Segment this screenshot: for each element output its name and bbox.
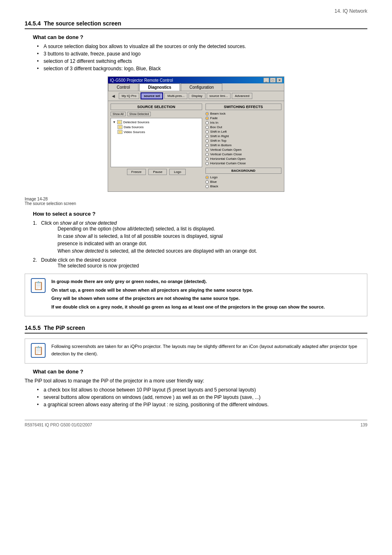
step-1-sub1: Depending on the option (show all/detect…: [58, 226, 367, 232]
note-2-line-1: Following screenshots are taken for an i…: [51, 343, 361, 357]
tab-diagnostics[interactable]: Diagnostics: [139, 83, 180, 91]
effect-horiz-close: Horizontal Curtain Close: [205, 161, 281, 165]
effect-shift-bottom: Shift in Bottom: [205, 143, 281, 147]
image-label: Image 14-28: [25, 197, 367, 201]
bullet-item: several buttons allow operations on wind…: [37, 394, 367, 400]
tree-label: Data Sources: [124, 125, 143, 129]
window-controls: _ □ ✕: [263, 78, 282, 83]
radio-vert-open[interactable]: [205, 148, 209, 152]
section-2-heading: 14.5.5 The PiP screen: [25, 325, 367, 334]
step-1-sub3: presence is indicated with an orange dot…: [58, 241, 367, 246]
radio-horiz-close[interactable]: [205, 162, 209, 165]
source-tree: ▼ 📁 Detected Sources 📁 Data Sources 📁 Vi…: [111, 118, 202, 167]
effect-beamlock: Beam lock: [205, 112, 281, 115]
section-1-heading: 14.5.4 The source selection screen: [25, 20, 367, 29]
effect-label: Vertical Curtain Close: [210, 152, 242, 156]
radio-iris-in[interactable]: [205, 121, 209, 124]
section-2-id: 14.5.5: [25, 325, 41, 331]
effect-label: Fade: [210, 116, 218, 120]
window-titlebar: IQ-G500 Projector Remote Control _ □ ✕: [108, 77, 284, 83]
bg-label: Blue: [210, 180, 217, 184]
radio-beamlock[interactable]: [205, 112, 209, 115]
radio-shift-right[interactable]: [205, 135, 209, 138]
effect-label: Shift in Left: [210, 130, 227, 134]
bullet-item: A source selection dialog box allows to …: [37, 44, 367, 49]
effect-label: Beam lock: [210, 112, 226, 115]
section-2-title: The PiP screen: [44, 325, 85, 331]
logo-button[interactable]: Logo: [169, 169, 186, 175]
bg-logo: Logo: [205, 175, 281, 179]
section-1-title: The source selection screen: [44, 20, 121, 27]
folder-icon: 📁: [118, 130, 122, 134]
toolbar-display[interactable]: Display: [189, 93, 205, 99]
bullet-item: a check box list allows to choose betwee…: [37, 387, 367, 393]
note-line-3: Grey will be shown when some of the proj…: [51, 295, 325, 302]
effect-vert-open: Vertical Curtain Open: [205, 148, 281, 152]
toolbar-my-iq-pro[interactable]: My IQ Pro: [119, 93, 139, 99]
radio-shift-bottom[interactable]: [205, 144, 209, 147]
pip-intro: The PiP tool allows to manage the PiP of…: [25, 378, 367, 384]
note-icon-symbol: 📋: [33, 281, 44, 290]
image-description: The source selection screen: [25, 201, 367, 206]
background-title: BACKGROUND: [205, 168, 281, 174]
page-container: 14. IQ Network 14.5.4 The source selecti…: [0, 0, 392, 555]
effect-label: Iris In: [210, 121, 219, 124]
effects-list: Beam lock Fade Iris In Box Out: [205, 112, 281, 165]
how-to-heading: How to select a source ?: [33, 211, 367, 217]
radio-bg-logo[interactable]: [205, 176, 209, 179]
effect-box-out: Box Out: [205, 125, 281, 129]
radio-bg-blue[interactable]: [205, 180, 209, 184]
radio-vert-close[interactable]: [205, 153, 209, 156]
footer-right: 139: [360, 423, 367, 427]
note-icon-2-symbol: 📋: [33, 345, 44, 355]
bg-black: Black: [205, 184, 281, 188]
step-1: 1. Click on show all or show detected De…: [33, 220, 367, 254]
close-button[interactable]: ✕: [277, 78, 282, 83]
step-2-content: Double click on the desired source The s…: [41, 257, 367, 269]
radio-shift-top[interactable]: [205, 139, 209, 143]
pause-button[interactable]: Pause: [148, 169, 167, 175]
em-show-detected: show detected: [72, 248, 104, 254]
bullet-item: selection of 12 different switching effe…: [37, 58, 367, 64]
radio-bg-black[interactable]: [205, 185, 209, 188]
radio-box-out[interactable]: [205, 126, 209, 129]
expand-icon: ▼: [113, 120, 116, 124]
radio-fade[interactable]: [205, 117, 209, 120]
radio-horiz-open[interactable]: [205, 157, 209, 161]
image-caption: Image 14-28 The source selection screen: [25, 197, 367, 206]
effect-shift-right: Shift in Right: [205, 134, 281, 138]
step-1-em1: show all: [60, 220, 78, 226]
show-detected-button[interactable]: Show Detected: [127, 112, 151, 116]
maximize-button[interactable]: □: [270, 78, 276, 83]
note-text-1: In group mode there are only grey or gre…: [51, 278, 325, 312]
note-text-2: Following screenshots are taken for an i…: [51, 343, 361, 359]
show-all-button[interactable]: Show All: [111, 112, 126, 116]
freeze-button[interactable]: Freeze: [127, 169, 146, 175]
toolbar-advanced[interactable]: Advanced: [232, 93, 252, 99]
step-1-num: 1.: [33, 220, 37, 226]
source-footer: Freeze Pause Logo: [111, 167, 202, 177]
effect-label: Vertical Curtain Open: [210, 148, 242, 152]
toolbar-source-sel[interactable]: source sel: [141, 92, 164, 99]
source-selection-panel: SOURCE SELECTION Show All Show Detected …: [111, 104, 202, 189]
window-toolbar: ◄ My IQ Pro source sel Multi-pres... Dis…: [108, 91, 284, 101]
folder-icon: 📁: [117, 120, 122, 124]
step-2-sub1: The selected source is now projected: [58, 263, 367, 269]
section-1-id: 14.5.4: [25, 20, 41, 27]
background-list: Logo Blue Black: [205, 175, 281, 188]
footer-left: R5976491 IQ PRO G500 01/02/2007: [25, 423, 92, 427]
em-show-all: show all: [75, 233, 92, 239]
tree-item-data: 📁 Data Sources: [118, 125, 200, 129]
section-2-what-heading: What can be done ?: [33, 368, 367, 375]
tab-configuration[interactable]: Configuration: [181, 83, 222, 91]
toolbar-arrow-left[interactable]: ◄: [109, 93, 118, 99]
tab-control[interactable]: Control: [108, 83, 138, 91]
toolbar-multi-pres[interactable]: Multi-pres...: [164, 93, 187, 99]
radio-shift-left[interactable]: [205, 130, 209, 134]
effect-label: Horizontal Curtain Close: [210, 161, 246, 165]
chapter-label: 14. IQ Network: [334, 8, 367, 14]
minimize-button[interactable]: _: [263, 78, 269, 83]
toolbar-source-limi[interactable]: source limi...: [207, 93, 231, 99]
note-icon-1: 📋: [31, 278, 46, 293]
effect-label: Box Out: [210, 125, 222, 129]
